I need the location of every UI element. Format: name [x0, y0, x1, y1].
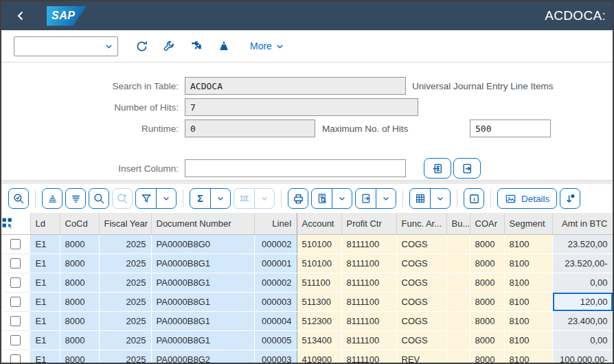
cell-coar[interactable]: 8000 [470, 292, 504, 311]
cell-profit_ctr[interactable]: 8111100 [341, 350, 396, 363]
cell-fiscal_year[interactable]: 2025 [99, 330, 151, 350]
filter-menu[interactable] [156, 189, 176, 208]
cell-func_area[interactable]: REV [396, 350, 446, 363]
cell-segment[interactable]: 8100 [504, 330, 552, 350]
cell-account[interactable]: 511300 [297, 292, 341, 311]
column-header-coar[interactable]: COAr [470, 213, 504, 234]
cell-fiscal_year[interactable]: 2025 [99, 273, 151, 292]
cell-segment[interactable]: 8100 [504, 234, 552, 253]
cell-document_number[interactable]: PA0000B8G1 [151, 311, 254, 330]
cell-ld[interactable]: E1 [30, 253, 60, 273]
export-action[interactable] [356, 189, 376, 208]
cell-bu[interactable] [446, 311, 470, 330]
cell-cocd[interactable]: 8000 [60, 330, 99, 350]
cell-document_number[interactable]: PA0000B8G2 [151, 350, 254, 363]
column-header-cocd[interactable]: CoCd [60, 213, 99, 234]
more-button[interactable]: More [246, 40, 288, 52]
cell-coar[interactable]: 8000 [470, 234, 504, 253]
search-in-table-field[interactable]: ACDOCA [185, 77, 406, 95]
info-button[interactable] [464, 188, 484, 209]
cell-cocd[interactable]: 8000 [60, 292, 99, 311]
layout-button[interactable] [409, 188, 451, 209]
print-button[interactable] [288, 188, 308, 209]
refresh-button[interactable] [128, 34, 155, 58]
cell-fiscal_year[interactable]: 2025 [99, 292, 151, 311]
cell-document_number[interactable]: PA0000B8G1 [151, 253, 254, 273]
cell-amt_btc[interactable]: 0,00 [552, 273, 613, 292]
cell-coar[interactable]: 8000 [470, 253, 504, 273]
column-header-linei[interactable]: LineI [254, 213, 297, 234]
cell-bu[interactable] [446, 234, 470, 253]
column-header-profit_ctr[interactable]: Profit Ctr [341, 213, 396, 234]
sort-descending-button[interactable] [65, 188, 86, 209]
details-button[interactable]: Details [497, 188, 557, 209]
cell-amt_btc[interactable]: 23.520,00- [552, 253, 613, 273]
cell-fiscal_year[interactable]: 2025 [99, 253, 151, 273]
insert-column-field[interactable] [185, 159, 406, 177]
find-button[interactable] [89, 188, 109, 209]
cell-amt_btc[interactable]: 23.520,00 [552, 234, 613, 253]
cell-func_area[interactable]: COGS [396, 253, 446, 273]
settings-button[interactable] [155, 34, 183, 58]
cell-linei[interactable]: 000002 [254, 273, 297, 292]
cell-account[interactable]: 512300 [297, 311, 341, 330]
print-preview-button[interactable] [311, 188, 352, 209]
select-all-header[interactable] [1, 213, 30, 234]
column-header-func_area[interactable]: Func. Ar... [396, 213, 446, 234]
cell-document_number[interactable]: PA0000B8G1 [151, 330, 254, 350]
row-checkbox[interactable] [10, 239, 21, 249]
sum-button[interactable]: Σ [190, 188, 231, 209]
cell-profit_ctr[interactable]: 8111100 [341, 253, 396, 273]
cell-func_area[interactable]: COGS [396, 292, 446, 311]
column-header-account[interactable]: Account [297, 213, 341, 234]
cell-account[interactable]: 510100 [297, 234, 341, 253]
import-column-button[interactable] [424, 158, 451, 179]
column-header-bu[interactable]: Bu... [446, 213, 470, 234]
cell-account[interactable]: 510100 [297, 253, 341, 273]
row-checkbox[interactable] [10, 297, 21, 307]
cell-linei[interactable]: 000001 [254, 253, 297, 273]
cell-fiscal_year[interactable]: 2025 [99, 234, 151, 253]
cell-linei[interactable]: 000003 [254, 292, 297, 311]
cell-ld[interactable]: E1 [30, 311, 60, 330]
export-column-button[interactable] [453, 158, 481, 179]
filter-button[interactable] [135, 188, 177, 209]
cell-ld[interactable]: E1 [30, 234, 60, 253]
cell-cocd[interactable]: 8000 [60, 234, 99, 253]
print-preview-menu[interactable] [332, 189, 352, 208]
cell-bu[interactable] [446, 350, 470, 363]
cell-document_number[interactable]: PA0000B8G1 [151, 292, 254, 311]
cell-profit_ctr[interactable]: 8111100 [341, 330, 396, 350]
cell-fiscal_year[interactable]: 2025 [99, 350, 151, 363]
column-header-ld[interactable]: Ld [30, 213, 60, 234]
cell-linei[interactable]: 000005 [254, 330, 297, 350]
row-checkbox[interactable] [10, 258, 21, 269]
export-button[interactable] [355, 188, 396, 209]
cell-amt_btc[interactable]: 120,00 [552, 292, 613, 311]
cell-cocd[interactable]: 8000 [60, 350, 99, 363]
cell-coar[interactable]: 8000 [470, 330, 504, 350]
runtime-field[interactable]: 0 [185, 120, 315, 137]
abc-analysis-button[interactable] [210, 34, 238, 58]
max-hits-field[interactable]: 500 [470, 120, 551, 137]
cell-bu[interactable] [446, 292, 470, 311]
column-header-amt_btc[interactable]: Amt in BTC [552, 213, 613, 234]
cell-fiscal_year[interactable]: 2025 [99, 311, 151, 330]
cell-profit_ctr[interactable]: 8111100 [341, 292, 396, 311]
cell-document_number[interactable]: PA0000B8G0 [151, 234, 254, 253]
cell-segment[interactable]: 8100 [504, 273, 552, 292]
cell-coar[interactable]: 8000 [470, 273, 504, 292]
cell-coar[interactable]: 8000 [470, 311, 504, 330]
cell-amt_btc[interactable]: 100.000,00- [552, 350, 613, 363]
print-preview-action[interactable] [312, 189, 332, 208]
sum-action[interactable]: Σ [190, 189, 210, 208]
number-of-hits-field[interactable]: 7 [185, 98, 418, 116]
layout-menu[interactable] [430, 189, 450, 208]
cell-ld[interactable]: E1 [30, 330, 60, 350]
cell-amt_btc[interactable]: 23.400,00 [552, 311, 613, 330]
cell-segment[interactable]: 8100 [504, 292, 552, 311]
cell-linei[interactable]: 000003 [254, 350, 297, 363]
row-checkbox[interactable] [10, 316, 21, 326]
column-header-segment[interactable]: Segment [504, 213, 552, 234]
cell-account[interactable]: 513400 [297, 330, 341, 350]
